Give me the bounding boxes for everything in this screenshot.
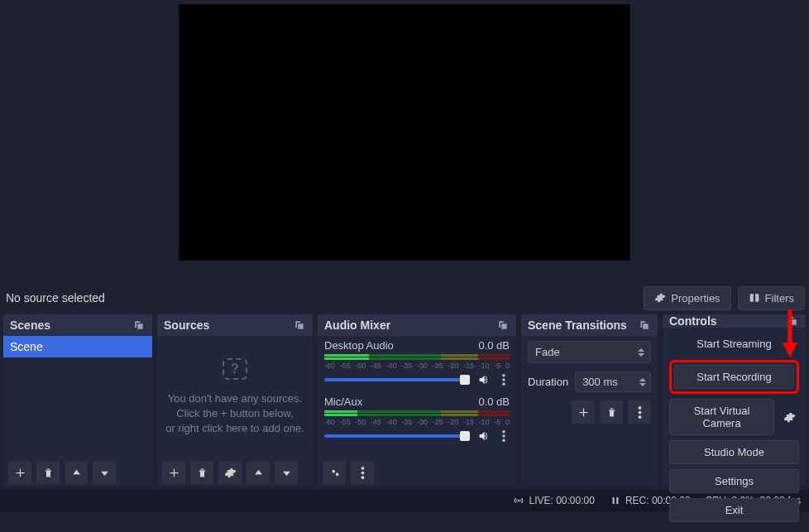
scene-down-button[interactable] bbox=[93, 461, 116, 484]
mixer-channel-desktop: Desktop Audio 0.0 dB -60-55-50-45-40-35-… bbox=[318, 336, 516, 389]
mixer-menu-button[interactable] bbox=[351, 461, 374, 484]
duration-spinbox[interactable]: 300 ms bbox=[575, 371, 651, 392]
svg-point-11 bbox=[638, 406, 641, 410]
vu-meter bbox=[324, 354, 510, 360]
virtual-cam-settings-button[interactable] bbox=[779, 405, 799, 429]
highlight-annotation: Start Recording bbox=[669, 360, 799, 394]
channel-menu-button[interactable] bbox=[498, 430, 510, 442]
pause-icon bbox=[610, 495, 621, 506]
svg-rect-1 bbox=[755, 294, 759, 301]
filters-icon bbox=[749, 292, 760, 304]
add-scene-button[interactable] bbox=[8, 461, 31, 484]
remove-source-button[interactable] bbox=[190, 461, 213, 484]
start-recording-button[interactable]: Start Recording bbox=[674, 365, 794, 389]
volume-slider[interactable] bbox=[324, 378, 470, 381]
add-transition-button[interactable] bbox=[572, 400, 595, 424]
controls-title: Controls bbox=[669, 314, 717, 328]
properties-button[interactable]: Properties bbox=[644, 286, 730, 310]
mixer-settings-button[interactable] bbox=[323, 461, 346, 484]
signal-icon bbox=[513, 495, 524, 506]
svg-rect-0 bbox=[749, 294, 753, 301]
svg-point-12 bbox=[638, 410, 641, 414]
status-signal: LIVE: 00:00:00 bbox=[513, 495, 594, 506]
filters-button[interactable]: Filters bbox=[738, 286, 805, 310]
popout-icon[interactable] bbox=[132, 319, 146, 332]
preview-canvas[interactable] bbox=[179, 4, 630, 261]
svg-point-3 bbox=[502, 378, 505, 381]
remove-scene-button[interactable] bbox=[36, 461, 60, 484]
sources-empty-l2: Click the + button below, bbox=[176, 406, 293, 421]
exit-button[interactable]: Exit bbox=[669, 498, 799, 522]
start-virtual-camera-button[interactable]: Start Virtual Camera bbox=[669, 399, 774, 435]
transition-select[interactable]: Fade bbox=[528, 341, 651, 363]
scene-transitions-dock: Scene Transitions Fade Duration 300 ms bbox=[521, 314, 658, 486]
scenes-dock: Scenes Scene bbox=[3, 314, 152, 486]
vu-ticks: -60-55-50-45-40-35-30-25-20-15-10-50 bbox=[324, 362, 510, 370]
remove-transition-button[interactable] bbox=[600, 400, 623, 424]
question-icon: ? bbox=[223, 358, 247, 380]
vu-meter bbox=[324, 410, 510, 416]
gear-icon bbox=[654, 292, 666, 304]
channel-name: Desktop Audio bbox=[324, 339, 394, 352]
svg-point-4 bbox=[502, 383, 505, 386]
studio-mode-button[interactable]: Studio Mode bbox=[669, 440, 799, 464]
popout-icon[interactable] bbox=[638, 319, 651, 332]
source-down-button[interactable] bbox=[275, 461, 298, 484]
transition-menu-button[interactable] bbox=[628, 400, 651, 424]
svg-point-8 bbox=[361, 467, 364, 470]
popout-icon[interactable] bbox=[293, 319, 306, 332]
start-streaming-button[interactable]: Start Streaming bbox=[669, 333, 799, 355]
settings-button[interactable]: Settings bbox=[669, 469, 799, 493]
context-toolbar: No source selected Properties Filters bbox=[0, 281, 809, 314]
source-up-button[interactable] bbox=[247, 461, 270, 484]
audio-mixer-dock: Audio Mixer Desktop Audio 0.0 dB -60-55-… bbox=[318, 314, 516, 486]
updown-icon bbox=[635, 342, 647, 362]
speaker-icon[interactable] bbox=[476, 372, 491, 387]
vu-ticks: -60-55-50-45-40-35-30-25-20-15-10-50 bbox=[324, 418, 510, 426]
scene-up-button[interactable] bbox=[65, 461, 88, 484]
sources-empty-l1: You don't have any sources. bbox=[168, 391, 302, 406]
transitions-title: Scene Transitions bbox=[528, 319, 627, 332]
spin-icon[interactable] bbox=[637, 372, 649, 391]
sources-header: Sources bbox=[157, 314, 313, 336]
speaker-icon[interactable] bbox=[476, 429, 491, 443]
popout-icon[interactable] bbox=[786, 314, 799, 328]
svg-rect-17 bbox=[616, 497, 618, 504]
scenes-header: Scenes bbox=[3, 314, 152, 336]
mixer-header: Audio Mixer bbox=[318, 314, 516, 336]
mixer-channel-micaux: Mic/Aux 0.0 dB -60-55-50-45-40-35-30-25-… bbox=[318, 392, 516, 445]
preview-area bbox=[0, 0, 809, 281]
status-live: LIVE: 00:00:00 bbox=[529, 495, 594, 506]
svg-point-7 bbox=[502, 439, 505, 443]
svg-point-9 bbox=[361, 471, 364, 474]
svg-point-5 bbox=[502, 430, 505, 434]
scene-item-selected[interactable]: Scene bbox=[3, 336, 152, 357]
svg-rect-16 bbox=[612, 497, 614, 504]
sources-title: Sources bbox=[164, 319, 209, 332]
scenes-title: Scenes bbox=[10, 319, 50, 332]
transition-selected: Fade bbox=[535, 346, 560, 358]
duration-label: Duration bbox=[528, 376, 568, 388]
mixer-title: Audio Mixer bbox=[324, 319, 390, 332]
controls-header: Controls bbox=[663, 314, 806, 328]
volume-slider[interactable] bbox=[324, 434, 470, 438]
add-source-button[interactable] bbox=[162, 461, 185, 484]
channel-db: 0.0 dB bbox=[478, 339, 510, 352]
popout-icon[interactable] bbox=[496, 319, 510, 332]
svg-point-13 bbox=[638, 415, 641, 419]
transitions-header: Scene Transitions bbox=[521, 314, 658, 336]
svg-point-10 bbox=[361, 476, 364, 479]
no-source-label: No source selected bbox=[6, 291, 105, 304]
sources-empty[interactable]: ? You don't have any sources. Click the … bbox=[157, 336, 313, 458]
channel-name: Mic/Aux bbox=[324, 395, 362, 408]
sources-empty-l3: or right click here to add one. bbox=[165, 421, 304, 436]
sources-dock: Sources ? You don't have any sources. Cl… bbox=[157, 314, 313, 486]
svg-point-2 bbox=[502, 374, 505, 377]
source-settings-button[interactable] bbox=[218, 461, 242, 484]
controls-dock: Controls Start Streaming Start Recording… bbox=[663, 314, 806, 486]
channel-db: 0.0 dB bbox=[478, 395, 510, 408]
duration-value: 300 ms bbox=[582, 376, 618, 388]
channel-menu-button[interactable] bbox=[498, 374, 510, 386]
svg-point-6 bbox=[502, 434, 505, 438]
